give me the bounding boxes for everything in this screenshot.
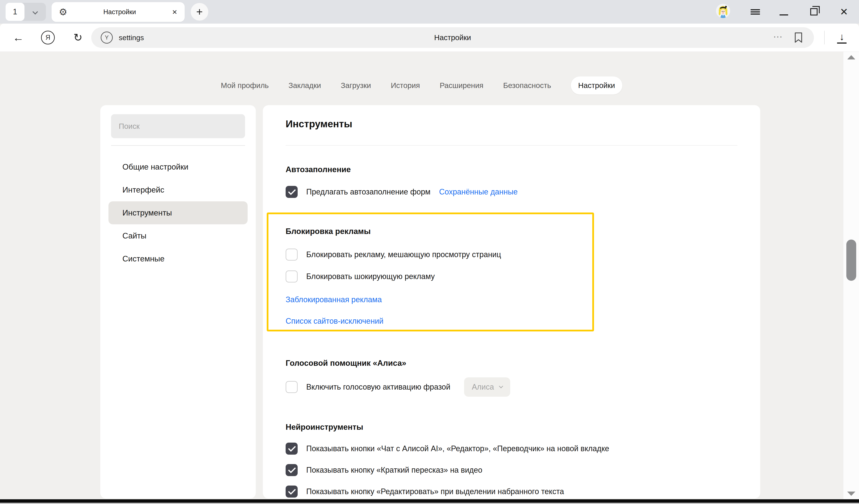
settings-sidebar: Общие настройки Интерфейс Инструменты Са… xyxy=(100,105,256,499)
nav-item-downloads[interactable]: Загрузки xyxy=(341,81,371,90)
edit-selection-label: Показывать кнопку «Редактировать» при вы… xyxy=(306,487,564,496)
yandex-logo-icon: Я xyxy=(41,31,55,44)
scrollbar[interactable] xyxy=(843,52,859,499)
voice-activation-checkbox[interactable] xyxy=(286,381,298,393)
sidebar-item-system[interactable]: Системные xyxy=(108,247,247,270)
refresh-button[interactable]: ↻ xyxy=(68,24,88,51)
hamburger-icon xyxy=(751,8,760,16)
neuro-row: Показывать кнопки «Чат с Алисой AI», «Ре… xyxy=(286,443,737,455)
site-favicon: Y xyxy=(101,32,113,44)
block-shocking-ads-checkbox[interactable] xyxy=(286,271,298,282)
ad-block-heading: Блокировка рекламы xyxy=(286,226,579,236)
site-exceptions-link[interactable]: Список сайтов-исключений xyxy=(286,316,579,326)
search-input[interactable] xyxy=(111,114,245,138)
voice-activation-label: Включить голосовую активацию фразой xyxy=(306,382,450,392)
neuro-buttons-newtab-label: Показывать кнопки «Чат с Алисой AI», «Ре… xyxy=(306,444,609,453)
sidebar-item-sites[interactable]: Сайты xyxy=(108,224,247,247)
autofill-heading: Автозаполнение xyxy=(286,165,737,175)
browser-menu-button[interactable] xyxy=(745,0,765,24)
ad-block-highlight-box: Блокировка рекламы Блокировать рекламу, … xyxy=(267,213,594,332)
tab-title: Настройки xyxy=(67,8,172,16)
more-actions-icon[interactable]: ⋯ xyxy=(773,31,784,44)
sidebar-item-tools[interactable]: Инструменты xyxy=(108,201,247,224)
sidebar-item-general[interactable]: Общие настройки xyxy=(108,155,247,178)
block-shocking-ads-label: Блокировать шокирующую рекламу xyxy=(306,272,435,281)
downloads-button[interactable]: ↓ xyxy=(832,24,851,51)
edit-selection-checkbox[interactable] xyxy=(286,486,298,498)
ad-block-row: Блокировать шокирующую рекламу xyxy=(286,271,579,282)
neuro-buttons-newtab-checkbox[interactable] xyxy=(286,443,298,455)
sidebar-item-interface[interactable]: Интерфейс xyxy=(108,178,247,201)
new-tab-button[interactable]: + xyxy=(191,3,208,20)
alice-heading: Голосовой помощник «Алиса» xyxy=(286,358,737,368)
video-summary-checkbox[interactable] xyxy=(286,464,298,476)
tab-count-badge[interactable]: 1 xyxy=(5,3,25,21)
nav-item-security[interactable]: Безопасность xyxy=(503,81,551,90)
scroll-up-arrow-icon[interactable] xyxy=(847,55,855,59)
address-bar[interactable]: Y settings Настройки ⋯ xyxy=(91,27,814,48)
settings-nav: Мой профиль Закладки Загрузки История Ра… xyxy=(0,75,843,96)
block-annoying-ads-checkbox[interactable] xyxy=(286,248,298,261)
chevron-down-icon xyxy=(499,384,503,388)
autofill-label: Предлагать автозаполнение форм xyxy=(306,187,431,196)
sidebar-divider xyxy=(111,145,245,146)
minimize-button[interactable] xyxy=(774,0,794,24)
minimize-icon xyxy=(780,14,788,15)
tab-group-control[interactable]: 1 xyxy=(5,3,46,21)
neuro-row: Показывать кнопку «Краткий пересказ» на … xyxy=(286,464,737,476)
toolbar: ← Я ↻ Y settings Настройки ⋯ ↓ xyxy=(0,24,859,52)
refresh-icon: ↻ xyxy=(73,31,82,44)
nav-item-bookmarks[interactable]: Закладки xyxy=(288,81,321,90)
bookmark-icon[interactable] xyxy=(794,32,803,43)
neuro-row: Показывать кнопку «Редактировать» при вы… xyxy=(286,486,737,498)
tab-strip: 1 ⚙ Настройки ✕ + ✕ xyxy=(0,0,859,24)
autofill-row: Предлагать автозаполнение форм Сохранённ… xyxy=(286,186,737,198)
toolbar-divider xyxy=(824,31,825,44)
download-icon-bar xyxy=(837,43,846,44)
back-button[interactable]: ← xyxy=(9,24,28,51)
ad-block-row: Блокировать рекламу, мешающую просмотру … xyxy=(286,248,579,261)
profile-avatar[interactable] xyxy=(716,4,730,18)
settings-content: Инструменты Автозаполнение Предлагать ав… xyxy=(263,105,760,499)
close-window-button[interactable]: ✕ xyxy=(834,0,854,24)
saved-data-link[interactable]: Сохранённые данные xyxy=(439,187,518,196)
video-summary-label: Показывать кнопку «Краткий пересказ» на … xyxy=(306,465,482,475)
heading-divider xyxy=(286,145,737,146)
autofill-checkbox[interactable] xyxy=(286,186,298,198)
chevron-down-icon xyxy=(32,9,38,14)
tab-close-icon[interactable]: ✕ xyxy=(172,9,177,16)
yandex-home-button[interactable]: Я xyxy=(38,24,58,51)
block-annoying-ads-label: Блокировать рекламу, мешающую просмотру … xyxy=(306,250,501,259)
alice-row: Включить голосовую активацию фразой Алис… xyxy=(286,377,737,397)
restore-button[interactable] xyxy=(804,0,824,24)
download-icon: ↓ xyxy=(840,32,844,42)
close-icon: ✕ xyxy=(840,6,848,18)
nav-item-history[interactable]: История xyxy=(391,81,420,90)
restore-icon xyxy=(810,8,817,15)
dropdown-value: Алиса xyxy=(472,382,494,392)
scroll-down-arrow-icon[interactable] xyxy=(847,491,855,496)
nav-item-settings[interactable]: Настройки xyxy=(571,76,622,94)
activation-phrase-dropdown[interactable]: Алиса xyxy=(464,377,510,397)
nav-item-profile[interactable]: Мой профиль xyxy=(221,81,269,90)
nav-item-extensions[interactable]: Расширения xyxy=(440,81,483,90)
browser-tab-settings[interactable]: ⚙ Настройки ✕ xyxy=(51,2,185,22)
screen-bottom-strip xyxy=(0,503,859,504)
neuro-heading: Нейроинструменты xyxy=(286,422,737,432)
gear-icon: ⚙ xyxy=(59,7,67,17)
window-bottom-edge xyxy=(0,499,859,503)
scrollbar-thumb[interactable] xyxy=(846,240,856,281)
back-arrow-icon: ← xyxy=(13,31,24,44)
address-text[interactable]: settings xyxy=(119,33,144,42)
blocked-ads-link[interactable]: Заблокированная реклама xyxy=(286,295,579,304)
page-heading: Инструменты xyxy=(286,116,737,131)
tab-list-dropdown[interactable] xyxy=(25,10,46,14)
avatar-image xyxy=(716,4,730,18)
sidebar-list: Общие настройки Интерфейс Инструменты Са… xyxy=(108,155,247,270)
page-title: Настройки xyxy=(434,33,471,42)
